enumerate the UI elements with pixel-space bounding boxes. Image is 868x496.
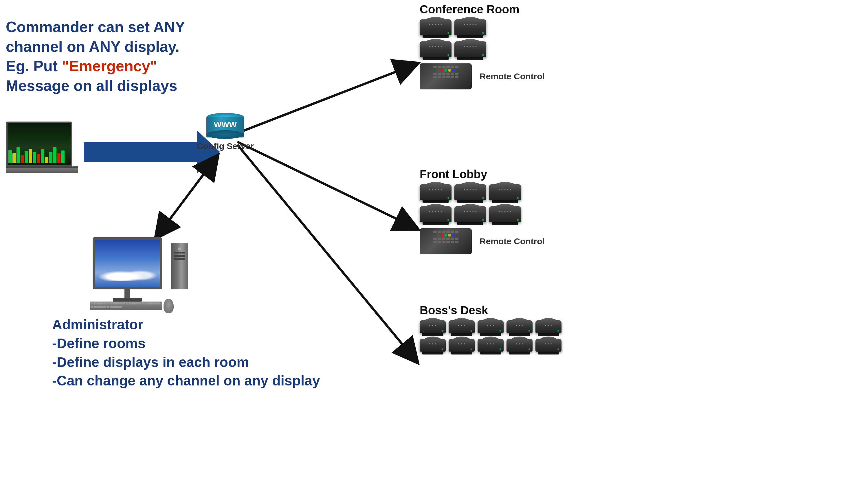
bosses-desk-section: Boss's Desk ● ● ● ● ● ● ● ● ● <box>420 304 561 357</box>
stb-device: ● ● ● <box>420 320 446 337</box>
lobby-remote-label: Remote Control <box>480 236 545 246</box>
stb-device: ● ● ● <box>536 339 561 355</box>
lobby-stb-row-1: ● ● ● ● ● ● ● ● ● ● ● ● ● ● ● <box>420 184 545 204</box>
admin-text: Administrator -Define rooms -Define disp… <box>52 315 320 390</box>
stb-device: ● ● ● ● ● <box>489 206 521 226</box>
stb-device: ● ● ● <box>536 320 561 337</box>
svg-line-3 <box>237 142 417 229</box>
conference-room-section: Conference Room ● ● ● ● ● ● ● ● ● ● ● ● … <box>420 3 545 89</box>
desktop-computer <box>93 237 162 301</box>
laptop-image <box>6 122 81 180</box>
stb-device: ● ● ● ● ● <box>454 184 486 204</box>
stb-device: ● ● ● <box>478 320 503 337</box>
config-server: WWW Config Server <box>197 113 254 151</box>
stb-device: ● ● ● <box>507 339 532 355</box>
stb-device: ● ● ● ● ● <box>420 19 451 39</box>
front-lobby-title: Front Lobby <box>420 168 545 181</box>
stb-device: ● ● ● ● ● <box>420 41 451 61</box>
remote-control <box>420 63 472 89</box>
stb-device: ● ● ● <box>478 339 503 355</box>
stb-row-2: ● ● ● ● ● ● ● ● ● ● <box>420 41 545 61</box>
svg-line-5 <box>156 156 217 237</box>
stb-device: ● ● ● ● ● <box>454 19 486 39</box>
boss-stb-row-1: ● ● ● ● ● ● ● ● ● ● ● ● <box>420 320 561 337</box>
svg-marker-0 <box>84 142 197 162</box>
lobby-remote-row: Remote Control <box>420 228 545 254</box>
stb-device: ● ● ● ● ● <box>454 41 486 61</box>
stb-device: ● ● ● <box>507 320 532 337</box>
stb-device: ● ● ● ● ● <box>489 184 521 204</box>
commander-text: Commander can set ANY channel on ANY dis… <box>6 17 185 95</box>
stb-device: ● ● ● ● ● <box>454 206 486 226</box>
conf-remote-label: Remote Control <box>480 72 545 81</box>
stb-device: ● ● ● ● ● <box>420 184 451 204</box>
svg-line-2 <box>237 64 417 133</box>
lobby-stb-row-2: ● ● ● ● ● ● ● ● ● ● ● ● ● ● ● <box>420 206 545 226</box>
conf-remote-row: Remote Control <box>420 63 545 89</box>
bosses-desk-title: Boss's Desk <box>420 304 561 317</box>
stb-device: ● ● ● <box>449 339 475 355</box>
remote-control <box>420 228 472 254</box>
stb-device: ● ● ● ● ● <box>420 206 451 226</box>
conference-room-title: Conference Room <box>420 3 545 16</box>
stb-device: ● ● ● <box>420 339 446 355</box>
stb-device: ● ● ● <box>449 320 475 337</box>
stb-row-1: ● ● ● ● ● ● ● ● ● ● <box>420 19 545 39</box>
boss-stb-row-2: ● ● ● ● ● ● ● ● ● ● ● ● <box>420 339 561 355</box>
front-lobby-section: Front Lobby ● ● ● ● ● ● ● ● ● ● ● ● ● ● … <box>420 168 545 254</box>
